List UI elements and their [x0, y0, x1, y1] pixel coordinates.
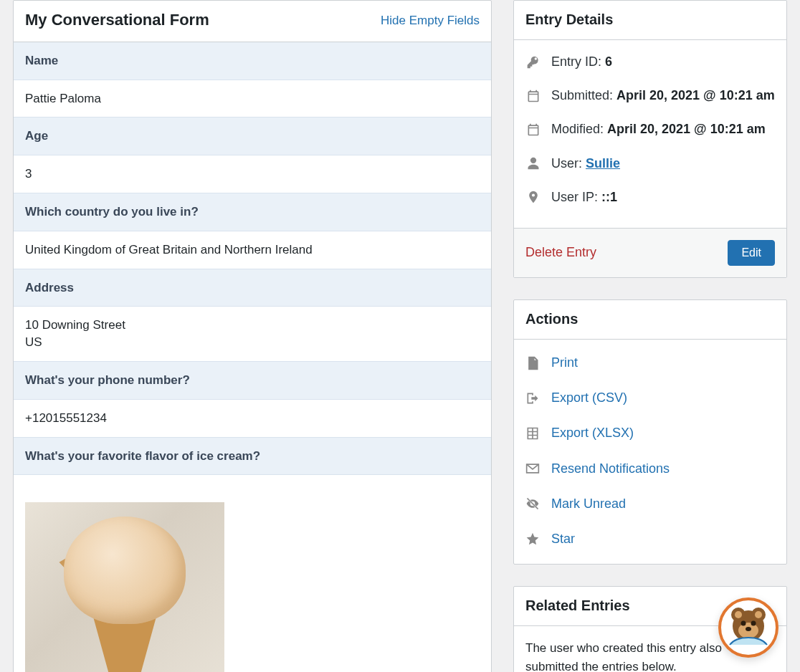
map-pin-icon	[525, 190, 541, 204]
field-label-age: Age	[14, 117, 491, 155]
actions-title: Actions	[525, 309, 578, 329]
svg-point-8	[746, 627, 751, 631]
detail-user: User: Sullie	[525, 155, 775, 173]
action-resend[interactable]: Resend Notifications	[551, 460, 670, 478]
svg-point-4	[755, 611, 762, 618]
detail-submitted: Submitted: April 20, 2021 @ 10:21 am	[525, 87, 775, 105]
detail-ip: User IP: ::1	[525, 188, 775, 206]
entry-details-title: Entry Details	[525, 9, 613, 29]
svg-point-3	[735, 611, 742, 618]
entry-details-panel: Entry Details Entry ID: 6 Submitted: Apr…	[513, 0, 787, 278]
delete-entry-link[interactable]: Delete Entry	[525, 244, 596, 261]
action-star[interactable]: Star	[551, 530, 575, 548]
related-title: Related Entries	[525, 595, 630, 615]
icecream-image	[25, 502, 224, 672]
export-icon	[525, 391, 541, 405]
spreadsheet-icon	[525, 426, 541, 441]
hide-empty-fields-link[interactable]: Hide Empty Fields	[381, 12, 480, 29]
action-export-xlsx[interactable]: Export (XLSX)	[551, 424, 634, 442]
form-entry-panel: My Conversational Form Hide Empty Fields…	[13, 0, 492, 672]
action-export-csv[interactable]: Export (CSV)	[551, 389, 627, 407]
detail-modified: Modified: April 20, 2021 @ 10:21 am	[525, 120, 775, 138]
calendar-icon	[525, 89, 541, 103]
envelope-icon	[525, 461, 541, 476]
user-icon	[525, 156, 541, 171]
actions-header: Actions	[514, 300, 786, 340]
field-label-country: Which country do you live in?	[14, 193, 491, 231]
action-resend-row: Resend Notifications	[525, 451, 775, 486]
field-value-name: Pattie Paloma	[14, 80, 491, 117]
detail-entry-id: Entry ID: 6	[525, 53, 775, 71]
action-export-xlsx-row: Export (XLSX)	[525, 416, 775, 451]
edit-button[interactable]: Edit	[728, 240, 775, 266]
field-value-country: United Kingdom of Great Britain and Nort…	[14, 231, 491, 269]
star-icon	[525, 532, 541, 546]
eye-slash-icon	[525, 496, 541, 511]
form-title: My Conversational Form	[25, 9, 209, 32]
help-mascot-button[interactable]	[718, 597, 778, 658]
svg-point-6	[741, 621, 746, 626]
field-value-address: 10 Downing Street US	[14, 307, 491, 361]
calendar-icon	[525, 123, 541, 137]
document-icon	[525, 356, 541, 370]
field-value-age: 3	[14, 155, 491, 193]
svg-point-7	[751, 621, 756, 626]
key-icon	[525, 55, 541, 69]
field-value-phone: +12015551234	[14, 400, 491, 437]
field-value-icecream: Vanilla	[14, 475, 491, 672]
action-star-row: Star	[525, 522, 775, 557]
action-print[interactable]: Print	[551, 354, 578, 372]
action-mark-unread[interactable]: Mark Unread	[551, 495, 626, 513]
entry-details-footer: Delete Entry Edit	[514, 228, 786, 277]
entry-details-header: Entry Details	[514, 1, 786, 40]
action-export-csv-row: Export (CSV)	[525, 380, 775, 416]
field-label-address: Address	[14, 269, 491, 307]
actions-panel: Actions Print Export (CSV)	[513, 299, 787, 565]
field-label-phone: What's your phone number?	[14, 361, 491, 400]
field-label-icecream: What's your favorite flavor of ice cream…	[14, 437, 491, 476]
field-label-name: Name	[14, 42, 491, 80]
user-link[interactable]: Sullie	[586, 156, 620, 171]
action-print-row: Print	[525, 345, 775, 380]
action-mark-unread-row: Mark Unread	[525, 486, 775, 522]
form-panel-header: My Conversational Form Hide Empty Fields	[14, 1, 491, 42]
